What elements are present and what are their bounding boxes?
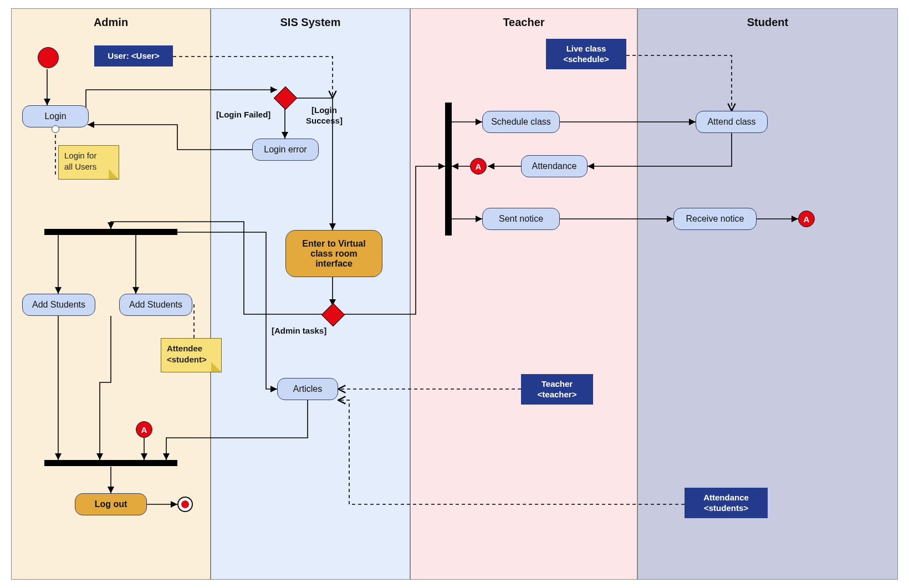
fork-teacher xyxy=(445,103,452,236)
activity-schedule-class: Schedule class xyxy=(482,111,560,133)
note-attendee: Attendee <student> xyxy=(161,338,222,372)
login-pin xyxy=(52,125,59,133)
object-live-class: Live class <schedule> xyxy=(546,39,626,69)
activity-log-out: Log out xyxy=(75,493,147,515)
note-login-all: Login for all Users xyxy=(58,145,119,180)
object-attendance-students: Attendance <students> xyxy=(685,488,768,518)
activity-receive-notice: Receive notice xyxy=(673,208,757,230)
activity-add-students-2: Add Students xyxy=(119,294,192,316)
guard-admin-tasks: [Admin tasks] xyxy=(272,326,326,336)
activity-login: Login xyxy=(22,105,89,127)
initial-node xyxy=(38,47,59,68)
activity-attend-class: Attend class xyxy=(696,111,768,133)
guard-login-failed: [Login Failed] xyxy=(216,110,270,120)
activity-enter-vcr: Enter to Virtual class room interface xyxy=(285,230,382,277)
activity-articles: Articles xyxy=(277,378,338,400)
activity-login-error: Login error xyxy=(252,139,319,161)
final-node xyxy=(177,497,193,512)
object-user: User: <User> xyxy=(94,45,173,67)
object-teacher: Teacher <teacher> xyxy=(521,374,593,405)
guard-login-success: [Login Success] xyxy=(306,105,343,126)
activity-diagram: Admin SIS System Teacher Student xyxy=(0,0,909,588)
activity-attendance: Attendance xyxy=(521,155,588,177)
activity-add-students-1: Add Students xyxy=(22,294,95,316)
join-admin xyxy=(44,460,177,466)
connector-a-join: A xyxy=(136,421,152,438)
connector-a-receive: A xyxy=(798,211,815,227)
fork-admin xyxy=(44,229,177,235)
connector-a-attendance: A xyxy=(470,158,487,175)
activity-sent-notice: Sent notice xyxy=(482,208,560,230)
